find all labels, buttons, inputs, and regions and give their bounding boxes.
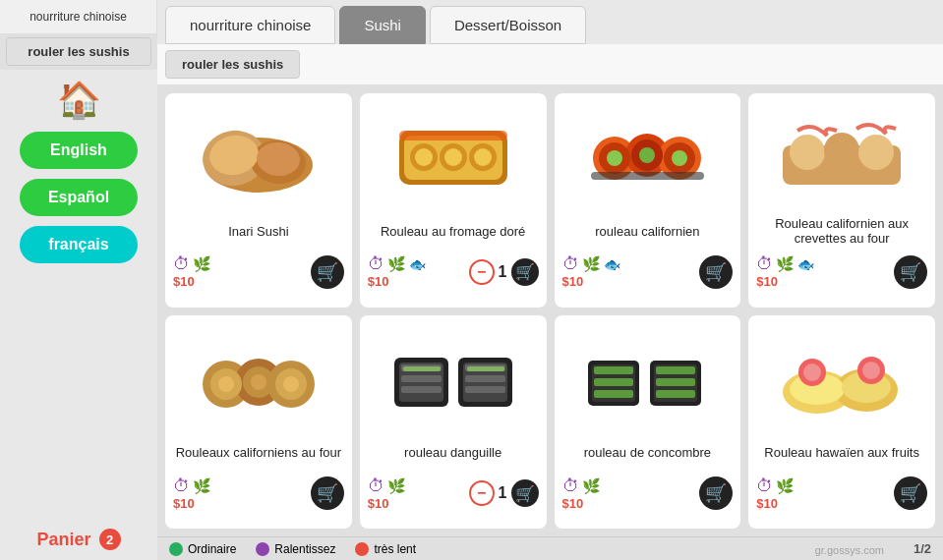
cat-tab-dessert[interactable]: Dessert/Boisson bbox=[430, 6, 586, 44]
legend-item-slow: Ralentissez bbox=[256, 542, 335, 556]
svg-point-27 bbox=[858, 135, 894, 170]
lang-button-spanish[interactable]: Español bbox=[20, 179, 138, 216]
product-name-3: rouleau californien bbox=[595, 215, 699, 247]
product-name-6: rouleau danguille bbox=[404, 437, 501, 469]
lang-button-english[interactable]: English bbox=[20, 132, 138, 169]
page-indicator: 1/2 bbox=[914, 541, 931, 556]
sidebar-subcategory-rolls[interactable]: rouler les sushis bbox=[6, 37, 151, 66]
svg-rect-13 bbox=[399, 131, 507, 140]
home-icon[interactable]: 🏠 bbox=[57, 80, 101, 121]
product-icons-2: ⏱🌿🐟 bbox=[368, 254, 426, 274]
cart-label[interactable]: Panier bbox=[36, 530, 90, 550]
svg-rect-48 bbox=[467, 366, 504, 371]
svg-rect-57 bbox=[656, 378, 695, 386]
decrease-btn-6[interactable]: − bbox=[469, 480, 495, 506]
add-cart-btn-7[interactable]: 🛒 bbox=[699, 476, 733, 510]
svg-point-26 bbox=[824, 133, 859, 168]
cat-tab-chinese[interactable]: nourriture chinoise bbox=[165, 6, 335, 44]
product-price-5: $10 bbox=[173, 496, 211, 511]
product-name-5: Rouleaux californiens au four bbox=[176, 437, 341, 469]
product-icons-5: ⏱🌿 bbox=[173, 476, 211, 496]
decrease-btn-2[interactable]: − bbox=[469, 259, 495, 285]
cart-area: Panier 2 bbox=[0, 519, 157, 560]
product-card-3: rouleau californien ⏱🌿🐟 $10 🛒 bbox=[555, 93, 741, 308]
quantity-display-6: 1 bbox=[499, 484, 507, 502]
svg-rect-23 bbox=[591, 172, 704, 180]
product-card-4: Rouleau californien aux crevettes au fou… bbox=[748, 93, 935, 308]
product-name-8: Rouleau hawaïen aux fruits bbox=[764, 437, 919, 469]
product-price-4: $10 bbox=[756, 274, 814, 289]
svg-rect-55 bbox=[594, 390, 633, 398]
product-image-5 bbox=[173, 323, 344, 431]
svg-rect-56 bbox=[656, 366, 695, 374]
svg-point-34 bbox=[218, 376, 234, 392]
product-price-8: $10 bbox=[756, 496, 795, 511]
product-meta-2: ⏱🌿🐟 $10 bbox=[368, 254, 426, 289]
product-meta-1: ⏱🌿 $10 bbox=[173, 254, 211, 289]
product-meta-7: ⏱🌿 $10 bbox=[562, 476, 601, 511]
product-price-3: $10 bbox=[562, 274, 620, 289]
product-price-2: $10 bbox=[368, 274, 426, 289]
product-meta-3: ⏱🌿🐟 $10 bbox=[562, 254, 620, 289]
product-icons-3: ⏱🌿🐟 bbox=[562, 254, 620, 274]
svg-rect-58 bbox=[656, 390, 695, 398]
product-image-7 bbox=[562, 323, 734, 431]
add-cart-btn-6[interactable]: 🛒 bbox=[511, 479, 539, 507]
watermark: gr.gossys.com bbox=[815, 544, 884, 556]
svg-point-66 bbox=[862, 362, 880, 379]
svg-point-20 bbox=[607, 150, 622, 166]
add-cart-btn-5[interactable]: 🛒 bbox=[311, 476, 344, 510]
legend-dot-purple bbox=[256, 542, 269, 556]
quantity-control-2: − 1 🛒 bbox=[469, 258, 539, 286]
product-footer-6: ⏱🌿 $10 − 1 🛒 bbox=[368, 476, 539, 511]
food-svg-8 bbox=[778, 330, 906, 423]
product-card-8: Rouleau hawaïen aux fruits ⏱🌿 $10 🛒 bbox=[748, 315, 935, 530]
product-card-2: Rouleau au fromage doré ⏱🌿🐟 $10 − 1 🛒 bbox=[360, 93, 547, 308]
add-cart-btn-2[interactable]: 🛒 bbox=[511, 258, 539, 286]
product-price-6: $10 bbox=[368, 496, 406, 511]
product-footer-2: ⏱🌿🐟 $10 − 1 🛒 bbox=[368, 254, 539, 289]
cat-tab-sushi[interactable]: Sushi bbox=[339, 6, 426, 44]
sidebar: nourriture chinoise rouler les sushis 🏠 … bbox=[0, 0, 157, 560]
svg-rect-43 bbox=[401, 386, 442, 393]
product-footer-7: ⏱🌿 $10 🛒 bbox=[562, 476, 734, 511]
product-price-7: $10 bbox=[562, 496, 601, 511]
svg-rect-45 bbox=[465, 375, 505, 382]
legend-label-veryslow: très lent bbox=[374, 542, 416, 556]
cart-badge: 2 bbox=[99, 529, 121, 550]
add-cart-btn-4[interactable]: 🛒 bbox=[894, 255, 927, 289]
sub-cat-rolls[interactable]: rouler les sushis bbox=[165, 50, 300, 79]
product-footer-5: ⏱🌿 $10 🛒 bbox=[173, 476, 344, 511]
product-footer-1: ⏱🌿 $10 🛒 bbox=[173, 254, 344, 289]
add-cart-btn-1[interactable]: 🛒 bbox=[311, 255, 344, 289]
product-icons-4: ⏱🌿🐟 bbox=[756, 254, 814, 274]
product-name-7: rouleau de concombre bbox=[584, 437, 711, 469]
add-cart-btn-3[interactable]: 🛒 bbox=[699, 255, 733, 289]
svg-rect-53 bbox=[594, 366, 633, 374]
product-grid: Inari Sushi ⏱🌿 $10 🛒 Rouleau au from bbox=[157, 85, 943, 536]
sidebar-category-chinese[interactable]: nourriture chinoise bbox=[0, 0, 157, 33]
food-svg-5 bbox=[195, 330, 323, 423]
product-icons-1: ⏱🌿 bbox=[173, 254, 211, 274]
svg-rect-54 bbox=[594, 378, 633, 386]
category-tabs: nourriture chinoise Sushi Dessert/Boisso… bbox=[157, 0, 943, 44]
svg-rect-42 bbox=[401, 375, 442, 382]
food-svg-1 bbox=[195, 109, 323, 202]
food-svg-3 bbox=[583, 109, 711, 202]
svg-rect-46 bbox=[465, 386, 505, 393]
lang-button-french[interactable]: français bbox=[20, 226, 138, 263]
product-image-4 bbox=[756, 101, 927, 209]
product-name-1: Inari Sushi bbox=[228, 215, 288, 247]
product-card-7: rouleau de concombre ⏱🌿 $10 🛒 bbox=[555, 315, 741, 530]
add-cart-btn-8[interactable]: 🛒 bbox=[894, 476, 927, 510]
product-card-6: rouleau danguille ⏱🌿 $10 − 1 🛒 bbox=[360, 315, 547, 530]
quantity-control-6: − 1 🛒 bbox=[469, 479, 539, 507]
food-svg-4 bbox=[778, 109, 906, 202]
product-card-1: Inari Sushi ⏱🌿 $10 🛒 bbox=[165, 93, 352, 308]
product-image-8 bbox=[756, 323, 927, 431]
food-svg-7 bbox=[583, 330, 711, 423]
svg-rect-47 bbox=[403, 366, 441, 371]
legend-dot-red bbox=[355, 542, 369, 556]
product-image-2 bbox=[368, 101, 539, 209]
legend-label-ordinary: Ordinaire bbox=[188, 542, 236, 556]
